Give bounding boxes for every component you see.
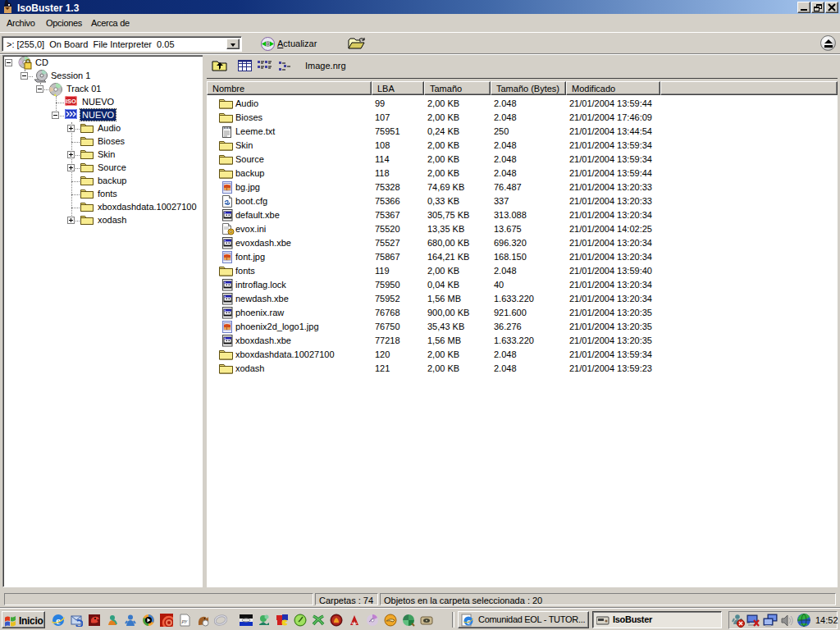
- svg-text:py: py: [181, 618, 189, 624]
- svg-text:ISO: ISO: [66, 98, 76, 105]
- svg-text:box: box: [352, 621, 357, 625]
